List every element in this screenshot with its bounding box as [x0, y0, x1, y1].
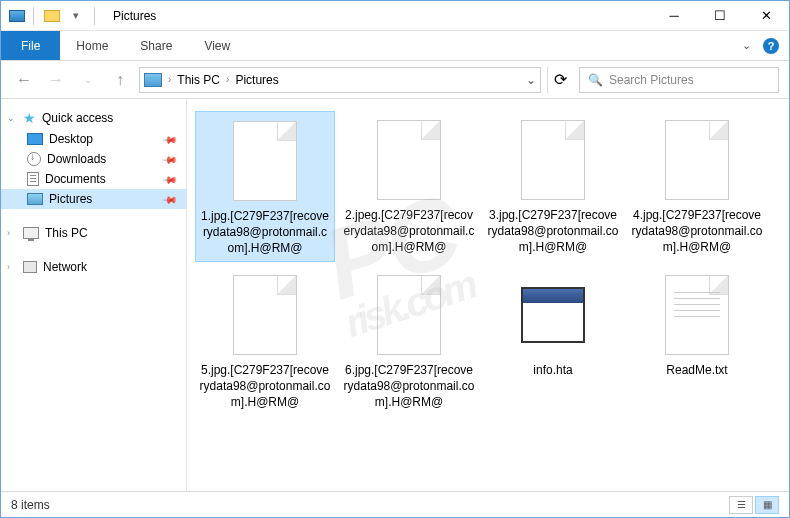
pin-icon: 📌 — [162, 191, 178, 207]
breadcrumb-sep-icon[interactable]: › — [168, 74, 171, 85]
search-placeholder: Search Pictures — [609, 73, 694, 87]
file-name: ReadMe.txt — [666, 362, 727, 378]
sidebar-item-downloads[interactable]: Downloads 📌 — [1, 149, 186, 169]
file-name: 1.jpg.[C279F237[recoverydata98@protonmai… — [200, 208, 330, 257]
navigation-pane: ⌄ ★ Quick access Desktop 📌 Downloads 📌 D… — [1, 99, 187, 491]
sidebar-item-desktop[interactable]: Desktop 📌 — [1, 129, 186, 149]
file-thumbnail — [364, 115, 454, 205]
hta-icon — [521, 287, 585, 343]
sidebar-network[interactable]: › Network — [1, 257, 186, 277]
refresh-button[interactable]: ⟳ — [547, 67, 573, 93]
unknown-file-icon — [377, 275, 441, 355]
unknown-file-icon — [233, 121, 297, 201]
back-button[interactable]: ← — [11, 67, 37, 93]
item-count: 8 items — [11, 498, 50, 512]
file-item[interactable]: 4.jpg.[C279F237[recoverydata98@protonmai… — [627, 111, 767, 262]
icons-view-button[interactable]: ▦ — [755, 496, 779, 514]
ribbon: File Home Share View ⌄ ? — [1, 31, 789, 61]
window-title: Pictures — [113, 9, 156, 23]
file-thumbnail — [364, 270, 454, 360]
file-item[interactable]: 3.jpg.[C279F237[recoverydata98@protonmai… — [483, 111, 623, 262]
sidebar-item-label: Downloads — [47, 152, 106, 166]
sidebar-item-label: Pictures — [49, 192, 92, 206]
network-label: Network — [43, 260, 87, 274]
star-icon: ★ — [23, 110, 36, 126]
pin-icon: 📌 — [162, 171, 178, 187]
pin-icon: 📌 — [162, 151, 178, 167]
address-bar-row: ← → ⌄ ↑ › This PC › Pictures ⌄ ⟳ 🔍 Searc… — [1, 61, 789, 99]
search-box[interactable]: 🔍 Search Pictures — [579, 67, 779, 93]
file-item[interactable]: 2.jpeg.[C279F237[recoverydata98@protonma… — [339, 111, 479, 262]
downloads-icon — [27, 152, 41, 166]
file-name: 2.jpeg.[C279F237[recoverydata98@protonma… — [343, 207, 475, 256]
documents-icon — [27, 172, 39, 186]
text-file-icon — [665, 275, 729, 355]
network-icon — [23, 261, 37, 273]
unknown-file-icon — [521, 120, 585, 200]
address-end: ⌄ — [526, 73, 536, 87]
expand-icon[interactable]: › — [7, 262, 10, 272]
location-icon — [144, 73, 162, 87]
window-controls: ─ ☐ ✕ — [651, 1, 789, 31]
sidebar-this-pc[interactable]: › This PC — [1, 223, 186, 243]
breadcrumb-this-pc[interactable]: This PC — [177, 73, 220, 87]
pc-icon — [23, 227, 39, 239]
expand-icon[interactable]: ⌄ — [7, 113, 15, 123]
file-name: 6.jpg.[C279F237[recoverydata98@protonmai… — [343, 362, 475, 411]
main-area: ⌄ ★ Quick access Desktop 📌 Downloads 📌 D… — [1, 99, 789, 491]
file-view[interactable]: 1.jpg.[C279F237[recoverydata98@protonmai… — [187, 99, 789, 491]
recent-dropdown-icon[interactable]: ⌄ — [75, 67, 101, 93]
up-button[interactable]: ↑ — [107, 67, 133, 93]
file-grid: 1.jpg.[C279F237[recoverydata98@protonmai… — [195, 111, 781, 414]
unknown-file-icon — [233, 275, 297, 355]
pictures-icon — [27, 193, 43, 205]
tab-home[interactable]: Home — [60, 31, 124, 60]
file-thumbnail — [508, 115, 598, 205]
tab-share[interactable]: Share — [124, 31, 188, 60]
breadcrumb-sep-icon[interactable]: › — [226, 74, 229, 85]
folder-qat-icon[interactable] — [42, 6, 62, 26]
address-bar[interactable]: › This PC › Pictures ⌄ — [139, 67, 541, 93]
file-item[interactable]: ReadMe.txt — [627, 266, 767, 415]
file-name: 5.jpg.[C279F237[recoverydata98@protonmai… — [199, 362, 331, 411]
quick-access-label: Quick access — [42, 111, 113, 125]
breadcrumb-pictures[interactable]: Pictures — [235, 73, 278, 87]
file-thumbnail — [220, 270, 310, 360]
expand-icon[interactable]: › — [7, 228, 10, 238]
file-item[interactable]: 5.jpg.[C279F237[recoverydata98@protonmai… — [195, 266, 335, 415]
sidebar-item-documents[interactable]: Documents 📌 — [1, 169, 186, 189]
file-item[interactable]: 6.jpg.[C279F237[recoverydata98@protonmai… — [339, 266, 479, 415]
sidebar-item-pictures[interactable]: Pictures 📌 — [1, 189, 186, 209]
file-thumbnail — [508, 270, 598, 360]
file-name: info.hta — [533, 362, 572, 378]
file-thumbnail — [220, 116, 310, 206]
pin-icon: 📌 — [162, 131, 178, 147]
this-pc-label: This PC — [45, 226, 88, 240]
maximize-button[interactable]: ☐ — [697, 1, 743, 31]
sidebar-quick-access[interactable]: ⌄ ★ Quick access — [1, 107, 186, 129]
explorer-window: ▾ Pictures ─ ☐ ✕ File Home Share View ⌄ … — [0, 0, 790, 518]
address-dropdown-icon[interactable]: ⌄ — [526, 73, 536, 87]
qat-dropdown-icon[interactable]: ▾ — [66, 6, 86, 26]
help-icon[interactable]: ? — [763, 38, 779, 54]
desktop-icon — [27, 133, 43, 145]
sidebar-item-label: Documents — [45, 172, 106, 186]
qat-divider-2 — [94, 7, 95, 25]
ribbon-collapse-icon[interactable]: ⌄ — [742, 39, 751, 52]
close-button[interactable]: ✕ — [743, 1, 789, 31]
file-item[interactable]: info.hta — [483, 266, 623, 415]
unknown-file-icon — [665, 120, 729, 200]
minimize-button[interactable]: ─ — [651, 1, 697, 31]
details-view-button[interactable]: ☰ — [729, 496, 753, 514]
status-bar: 8 items ☰ ▦ — [1, 491, 789, 517]
forward-button[interactable]: → — [43, 67, 69, 93]
system-icon[interactable] — [9, 10, 25, 22]
file-item[interactable]: 1.jpg.[C279F237[recoverydata98@protonmai… — [195, 111, 335, 262]
ribbon-right: ⌄ ? — [742, 31, 789, 60]
unknown-file-icon — [377, 120, 441, 200]
tab-view[interactable]: View — [188, 31, 246, 60]
view-toggles: ☰ ▦ — [729, 496, 779, 514]
search-icon: 🔍 — [588, 73, 603, 87]
file-tab[interactable]: File — [1, 31, 60, 60]
file-thumbnail — [652, 115, 742, 205]
